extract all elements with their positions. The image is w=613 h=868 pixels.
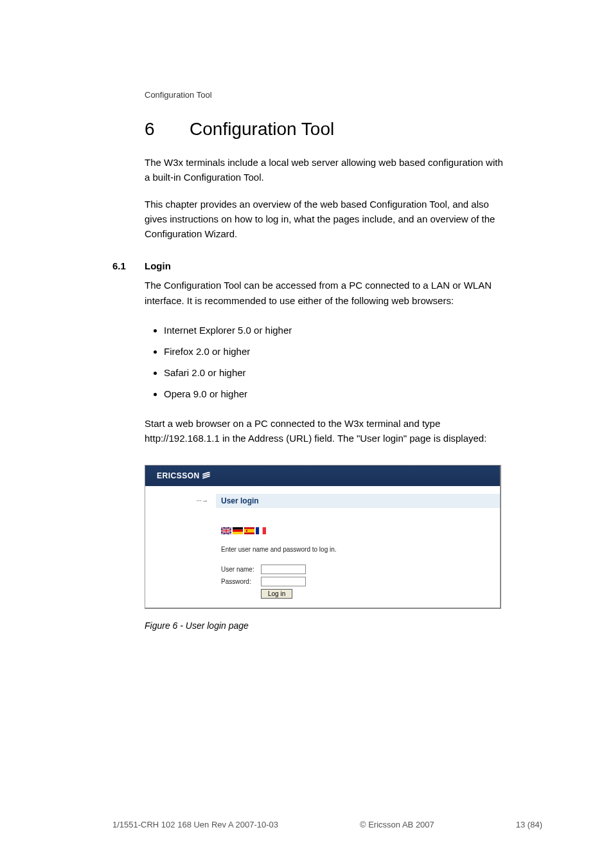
svg-rect-13	[263, 527, 266, 534]
login-screenshot: ERICSSON ···→ User login	[145, 465, 501, 609]
svg-rect-10	[246, 530, 247, 532]
section-number: 6.1	[112, 260, 145, 271]
section-heading: 6.1Login	[112, 260, 549, 271]
footer-copyright: © Ericsson AB 2007	[360, 820, 434, 829]
running-header: Configuration Tool	[145, 90, 549, 100]
svg-rect-4	[233, 527, 243, 530]
list-item: Firefox 2.0 or higher	[164, 341, 498, 362]
footer-doc-ref: 1/1551-CRH 102 168 Uen Rev A 2007-10-03	[112, 820, 278, 829]
flag-es-icon[interactable]	[244, 527, 254, 534]
login-button[interactable]: Log in	[261, 589, 292, 599]
flag-fr-icon[interactable]	[256, 527, 266, 534]
panel-title: User login	[216, 494, 500, 508]
list-item: Internet Explorer 5.0 or higher	[164, 320, 498, 341]
password-label: Password:	[221, 578, 258, 585]
left-spacer	[145, 508, 216, 599]
ericsson-bars-icon	[202, 472, 210, 480]
footer-page-number: 13 (84)	[516, 820, 542, 829]
screenshot-subheader: ···→ User login	[145, 494, 500, 508]
svg-rect-8	[244, 527, 254, 529]
section-title: Login	[145, 260, 171, 271]
svg-rect-6	[233, 532, 243, 535]
chapter-title: Configuration Tool	[190, 119, 334, 139]
svg-rect-12	[259, 527, 262, 534]
svg-rect-11	[256, 527, 259, 534]
login-paragraph-2: Start a web browser on a PC connected to…	[145, 416, 504, 446]
language-flags	[221, 527, 500, 534]
svg-rect-9	[244, 533, 254, 535]
flag-uk-icon[interactable]	[221, 527, 231, 534]
login-panel: Enter user name and password to log in. …	[216, 508, 500, 599]
password-input[interactable]	[261, 577, 306, 586]
arrow-indicator: ···→	[145, 494, 216, 508]
screenshot-header: ERICSSON	[145, 466, 500, 486]
username-input[interactable]	[261, 565, 306, 574]
login-instruction: Enter user name and password to log in.	[221, 546, 500, 553]
intro-paragraph-2: This chapter provides an overview of the…	[145, 197, 504, 242]
page-footer: 1/1551-CRH 102 168 Uen Rev A 2007-10-03 …	[0, 820, 613, 829]
username-label: User name:	[221, 566, 258, 573]
logo-text: ERICSSON	[157, 471, 200, 480]
list-item: Safari 2.0 or higher	[164, 362, 498, 383]
ericsson-logo: ERICSSON	[157, 471, 210, 480]
chapter-number: 6	[145, 119, 155, 139]
browser-list: Internet Explorer 5.0 or higher Firefox …	[164, 320, 498, 404]
chapter-heading: 6 Configuration Tool	[145, 119, 549, 140]
login-paragraph-1: The Configuration Tool can be accessed f…	[145, 278, 504, 308]
svg-rect-5	[233, 530, 243, 532]
figure-caption: Figure 6 - User login page	[145, 620, 549, 631]
flag-de-icon[interactable]	[233, 527, 243, 534]
list-item: Opera 9.0 or higher	[164, 383, 498, 404]
intro-paragraph-1: The W3x terminals include a local web se…	[145, 155, 504, 185]
